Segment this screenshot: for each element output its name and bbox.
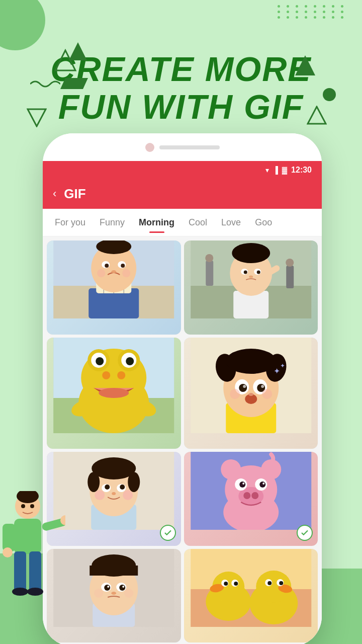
svg-point-114 xyxy=(124,589,133,598)
svg-point-84 xyxy=(112,492,116,495)
svg-marker-5 xyxy=(308,107,326,124)
status-time: 12:30 xyxy=(291,166,312,175)
svg-point-20 xyxy=(121,264,125,268)
gif-item-baby-surprised[interactable]: ✦ ✦ xyxy=(184,338,318,449)
gif-item-baby-crying[interactable] xyxy=(47,240,181,335)
svg-point-71 xyxy=(248,393,253,396)
gif-item-duck-plush[interactable] xyxy=(184,549,318,643)
svg-point-22 xyxy=(97,269,105,277)
svg-point-143 xyxy=(30,504,34,508)
character-figure xyxy=(0,491,65,614)
svg-point-49 xyxy=(96,357,104,365)
svg-point-112 xyxy=(111,592,116,595)
svg-point-98 xyxy=(262,482,264,485)
gif-item-baby-serious[interactable] xyxy=(47,549,181,643)
svg-point-137 xyxy=(3,547,13,557)
wifi-icon: ▾ xyxy=(265,166,269,174)
svg-point-61 xyxy=(226,349,276,374)
svg-point-111 xyxy=(122,586,124,588)
svg-point-130 xyxy=(279,581,283,585)
svg-point-109 xyxy=(119,585,125,591)
svg-point-72 xyxy=(230,389,240,399)
deco-wave xyxy=(30,78,60,93)
svg-point-39 xyxy=(249,276,253,278)
svg-point-83 xyxy=(120,485,125,490)
app-title: GIF xyxy=(64,186,85,202)
deco-triangle-filled xyxy=(68,41,88,63)
deco-circle-green xyxy=(323,88,336,103)
svg-point-67 xyxy=(261,385,264,388)
svg-marker-3 xyxy=(295,55,315,75)
svg-point-28 xyxy=(205,254,213,262)
dot-grid xyxy=(278,5,347,19)
phone-camera xyxy=(145,143,154,152)
svg-point-23 xyxy=(122,269,130,277)
tab-cool[interactable]: Cool xyxy=(182,213,214,232)
signal-icon: ▐ xyxy=(273,166,278,174)
svg-point-92 xyxy=(251,492,258,499)
svg-text:✦: ✦ xyxy=(280,362,285,369)
svg-rect-139 xyxy=(29,551,41,592)
svg-point-21 xyxy=(111,270,116,273)
status-bar: ▾ ▐ ▓ 12:30 xyxy=(43,161,322,179)
check-badge-5 xyxy=(160,525,176,541)
svg-point-85 xyxy=(95,490,105,500)
gif-item-child-thinking[interactable] xyxy=(184,240,318,335)
svg-point-4 xyxy=(323,88,336,101)
svg-marker-6 xyxy=(28,109,46,126)
tab-goo[interactable]: Goo xyxy=(248,213,279,232)
svg-point-129 xyxy=(267,581,272,585)
blob-top-left xyxy=(0,0,45,50)
svg-point-141 xyxy=(27,588,43,596)
svg-marker-2 xyxy=(60,78,88,89)
svg-point-64 xyxy=(239,384,247,392)
svg-point-97 xyxy=(242,482,244,485)
deco-triangle-outline-left xyxy=(27,108,47,129)
svg-point-123 xyxy=(234,582,238,586)
svg-point-53 xyxy=(117,371,125,379)
svg-point-142 xyxy=(21,504,25,508)
svg-point-108 xyxy=(104,585,110,591)
battery-icon: ▓ xyxy=(282,166,287,174)
svg-rect-27 xyxy=(206,261,213,286)
svg-point-37 xyxy=(243,271,247,274)
svg-point-99 xyxy=(221,459,241,479)
gif-grid: ✦ ✦ xyxy=(43,236,322,644)
svg-point-73 xyxy=(262,389,272,399)
svg-point-110 xyxy=(107,586,109,588)
phone-outer: ▾ ▐ ▓ 12:30 ‹ GIF For you Funny Morning … xyxy=(43,133,322,644)
svg-rect-136 xyxy=(3,524,16,551)
phone-mockup: ▾ ▐ ▓ 12:30 ‹ GIF For you Funny Morning … xyxy=(43,133,322,644)
svg-point-96 xyxy=(259,481,265,488)
tab-bar: For you Funny Morning Cool Love Goo xyxy=(43,209,322,236)
svg-rect-105 xyxy=(89,566,138,576)
back-button[interactable]: ‹ xyxy=(53,187,56,200)
svg-point-38 xyxy=(256,271,260,274)
svg-marker-1 xyxy=(69,42,87,60)
svg-point-51 xyxy=(99,388,129,398)
gif-item-frog-plush[interactable] xyxy=(47,338,181,449)
svg-point-95 xyxy=(239,481,245,488)
svg-point-113 xyxy=(94,589,103,598)
svg-rect-138 xyxy=(14,551,26,592)
svg-point-82 xyxy=(105,485,110,490)
tab-funny[interactable]: Funny xyxy=(93,213,132,232)
app-header: ‹ GIF xyxy=(43,179,322,209)
check-badge-6 xyxy=(297,525,313,541)
svg-point-52 xyxy=(102,371,110,379)
phone-top-bar xyxy=(43,133,322,161)
deco-triangle-top-right xyxy=(293,53,318,80)
svg-rect-29 xyxy=(286,266,294,288)
svg-point-33 xyxy=(232,243,270,263)
tab-for-you[interactable]: For you xyxy=(48,213,93,232)
svg-point-78 xyxy=(87,472,100,492)
gif-item-baby-shy[interactable] xyxy=(47,452,181,546)
phone-speaker xyxy=(159,145,220,149)
svg-point-91 xyxy=(243,492,250,499)
svg-point-50 xyxy=(126,357,134,365)
tab-love[interactable]: Love xyxy=(214,213,248,232)
gif-item-peppa-pig[interactable] xyxy=(184,452,318,546)
tab-morning[interactable]: Morning xyxy=(132,213,182,232)
deco-triangle-outline-right xyxy=(307,106,327,127)
svg-point-19 xyxy=(105,264,109,268)
